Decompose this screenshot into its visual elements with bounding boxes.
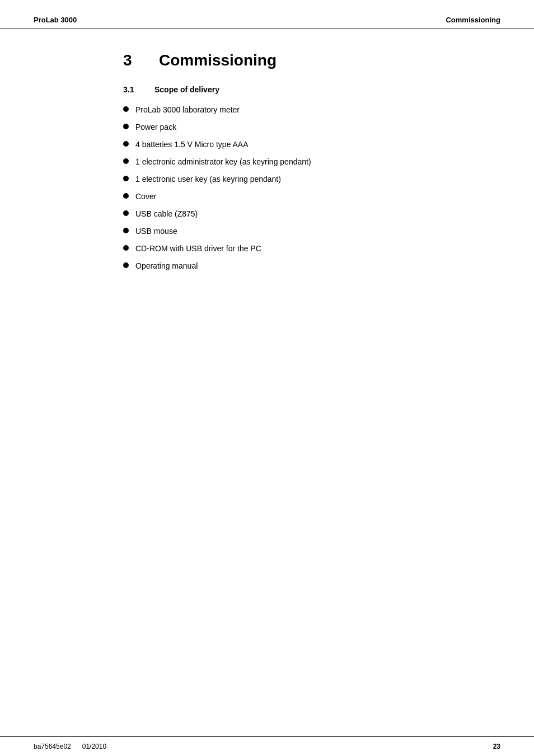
header-left-text: ProLab 3000 — [34, 16, 77, 24]
bullet-dot-icon — [123, 228, 129, 233]
list-item: CD-ROM with USB driver for the PC — [123, 243, 500, 255]
chapter-number: 3 — [123, 51, 146, 69]
bullet-dot-icon — [123, 141, 129, 147]
list-item: Operating manual — [123, 260, 500, 272]
section-heading: 3.1 Scope of delivery — [123, 85, 500, 94]
bullet-dot-icon — [123, 245, 129, 251]
list-item: 4 batteries 1.5 V Micro type AAA — [123, 139, 500, 151]
list-item-text: CD-ROM with USB driver for the PC — [135, 243, 261, 255]
list-item: 1 electronic administrator key (as keyri… — [123, 156, 500, 168]
list-item-text: 4 batteries 1.5 V Micro type AAA — [135, 139, 249, 151]
chapter-heading: 3 Commissioning — [123, 51, 500, 69]
bullet-dot-icon — [123, 210, 129, 216]
list-item: USB cable (Z875) — [123, 208, 500, 220]
header-right-text: Commissioning — [446, 16, 500, 24]
list-item-text: Power pack — [135, 121, 176, 133]
list-item: 1 electronic user key (as keyring pendan… — [123, 173, 500, 185]
bullet-dot-icon — [123, 262, 129, 268]
page-header: ProLab 3000 Commissioning — [0, 0, 534, 29]
chapter-title: Commissioning — [159, 51, 277, 69]
list-item: ProLab 3000 laboratory meter — [123, 104, 500, 116]
footer-date: 01/2010 — [82, 743, 106, 750]
bullet-dot-icon — [123, 124, 129, 129]
list-item-text: Cover — [135, 191, 156, 203]
list-item-text: ProLab 3000 laboratory meter — [135, 104, 240, 116]
section-title: Scope of delivery — [154, 85, 219, 94]
footer-left: ba75645e02 01/2010 — [34, 743, 106, 750]
bullet-dot-icon — [123, 193, 129, 199]
list-item: Cover — [123, 191, 500, 203]
list-item: USB mouse — [123, 226, 500, 237]
list-item-text: 1 electronic user key (as keyring pendan… — [135, 173, 281, 185]
list-item-text: USB mouse — [135, 226, 177, 237]
list-item-text: Operating manual — [135, 260, 198, 272]
list-item-text: 1 electronic administrator key (as keyri… — [135, 156, 311, 168]
bullet-dot-icon — [123, 176, 129, 181]
page-footer: ba75645e02 01/2010 23 — [0, 736, 534, 756]
bullet-dot-icon — [123, 158, 129, 164]
list-item: Power pack — [123, 121, 500, 133]
footer-doc-number: ba75645e02 — [34, 743, 71, 750]
bullet-dot-icon — [123, 106, 129, 112]
main-content: 3 Commissioning 3.1 Scope of delivery Pr… — [0, 29, 534, 736]
page: ProLab 3000 Commissioning 3 Commissionin… — [0, 0, 534, 756]
delivery-list: ProLab 3000 laboratory meterPower pack4 … — [123, 104, 500, 272]
section-number: 3.1 — [123, 85, 146, 94]
list-item-text: USB cable (Z875) — [135, 208, 198, 220]
footer-page-number: 23 — [493, 743, 500, 750]
